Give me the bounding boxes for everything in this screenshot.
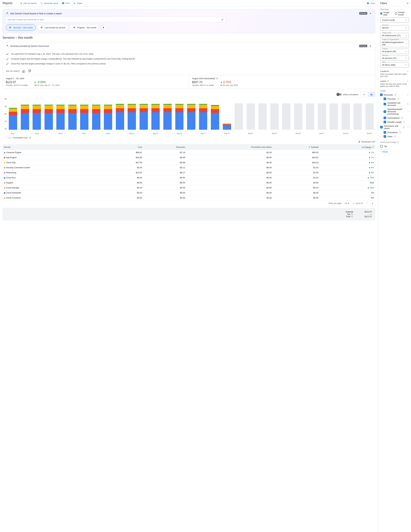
check-promotions[interactable]: Promotions bbox=[384, 130, 409, 134]
bar[interactable] bbox=[340, 98, 352, 130]
labels-expand[interactable]: Labels bbox=[380, 80, 409, 82]
table-row[interactable]: Cloud SQL$17.50-$0.88$0.00$16.62 4% bbox=[2, 160, 375, 165]
bar[interactable] bbox=[197, 98, 209, 130]
bar[interactable] bbox=[7, 98, 19, 130]
prev-page-button[interactable] bbox=[365, 202, 368, 205]
table-row[interactable]: Networking$10.91-$9.27$0.00$1.64 6% bbox=[2, 170, 375, 175]
table-row[interactable]: Cloud Scheduler$0.00$0.00$0.00$0.000% bbox=[2, 190, 375, 195]
bar[interactable] bbox=[43, 98, 55, 130]
subaccounts-select[interactable]: Subaccounts All subaccounts (27) bbox=[380, 33, 409, 38]
table-row[interactable]: Security Command Center$3.05-$0.12$0.00$… bbox=[2, 165, 375, 170]
bar[interactable] bbox=[352, 98, 364, 130]
gemini-prompt-input[interactable]: Describe a report you would like to view bbox=[6, 17, 225, 22]
chevron-up-icon[interactable] bbox=[407, 126, 409, 128]
bar[interactable] bbox=[150, 98, 161, 130]
bar[interactable] bbox=[316, 98, 328, 130]
col-header[interactable]: Promotions and others bbox=[187, 144, 273, 150]
check-discounts[interactable]: Discounts bbox=[380, 93, 409, 97]
table-row[interactable]: App Engine$19.60-$0.98$0.00$18.62 1% bbox=[2, 155, 375, 160]
col-header[interactable]: % Change bbox=[320, 144, 375, 150]
collapse-panel-icon[interactable] bbox=[406, 2, 409, 5]
sort-down-icon[interactable] bbox=[308, 146, 310, 148]
bar[interactable] bbox=[102, 98, 114, 130]
chevron-up-icon[interactable] bbox=[369, 44, 372, 48]
help-icon[interactable] bbox=[372, 146, 374, 148]
bar[interactable] bbox=[245, 98, 256, 130]
check-spending[interactable]: Spending based discounts (contractual) bbox=[384, 107, 409, 116]
help-icon[interactable] bbox=[351, 216, 353, 218]
bar[interactable] bbox=[31, 98, 43, 130]
rows-per-page-select[interactable]: 10 bbox=[345, 202, 350, 205]
check-other[interactable]: Other bbox=[384, 134, 409, 139]
chip-projects-this-month[interactable]: Projects – this month bbox=[70, 24, 99, 31]
projects-select[interactable]: Projects All projects (55) bbox=[380, 49, 409, 54]
locations-expand[interactable]: Locations bbox=[380, 70, 409, 72]
table-row[interactable]: Cloud Run$5.94-$4.91$0.00$1.02 76% bbox=[2, 175, 375, 180]
bar[interactable] bbox=[114, 98, 126, 130]
check-promotions-others[interactable]: Promotions and others bbox=[380, 124, 409, 130]
skus-select[interactable]: SKUs All SKUs (408) bbox=[380, 62, 409, 67]
bar[interactable] bbox=[328, 98, 340, 130]
bar[interactable] bbox=[138, 98, 150, 130]
table-row[interactable]: Cloud Functions$0.00$0.00$0.00$0.000% bbox=[2, 195, 375, 200]
chip-services-this-month[interactable]: Services – this month bbox=[6, 24, 36, 31]
col-header[interactable]: Cost bbox=[111, 144, 143, 150]
bar[interactable] bbox=[221, 98, 233, 130]
help-icon[interactable] bbox=[351, 213, 353, 215]
svg-point-18 bbox=[4, 152, 5, 153]
group-by-select[interactable]: Group by Service bbox=[380, 25, 409, 30]
check-tax[interactable]: Tax bbox=[380, 144, 409, 148]
line-chart-button[interactable] bbox=[361, 92, 368, 97]
check-sustained[interactable]: Sustained use discounts bbox=[384, 101, 409, 107]
chips-next-button[interactable] bbox=[101, 25, 106, 30]
bar[interactable] bbox=[233, 98, 245, 130]
bar[interactable] bbox=[292, 98, 304, 130]
see-all-reports-link[interactable]: See all reports bbox=[20, 2, 37, 5]
table-row[interactable]: Compute Engine$88.81-$7.18-$1.00$80.63 2… bbox=[2, 150, 375, 155]
thumbs-up-icon[interactable] bbox=[22, 70, 26, 73]
check-subscriptions[interactable]: Subscriptions bbox=[384, 116, 409, 120]
print-link[interactable]: Print bbox=[62, 2, 70, 5]
bar[interactable] bbox=[257, 98, 268, 130]
generate-query-link[interactable]: Generate query bbox=[40, 2, 58, 5]
cumulative-toggle[interactable]: Show cumulative bbox=[337, 93, 358, 96]
bar[interactable] bbox=[186, 98, 197, 130]
bar-chart-button[interactable] bbox=[368, 92, 375, 97]
services-select[interactable]: Services All services (47) bbox=[380, 56, 409, 61]
learn-link[interactable]: Learn bbox=[367, 2, 375, 5]
chevron-up-icon[interactable] bbox=[369, 12, 372, 15]
check-reseller[interactable]: Reseller margin bbox=[384, 120, 409, 124]
bar[interactable] bbox=[269, 98, 280, 130]
bar[interactable] bbox=[78, 98, 90, 130]
help-icon[interactable] bbox=[216, 77, 218, 80]
folders-select[interactable]: Folders & Organizations All folders/orga… bbox=[380, 40, 409, 47]
bar[interactable] bbox=[67, 98, 78, 130]
table-row[interactable]: Support$0.59-$0.03$0.00$0.56New bbox=[2, 180, 375, 185]
col-header[interactable]: Discounts bbox=[143, 144, 187, 150]
radio-invoice-month[interactable]: Invoice month bbox=[395, 11, 409, 16]
share-link[interactable]: Share bbox=[73, 2, 82, 5]
bar[interactable] bbox=[91, 98, 102, 130]
bar[interactable] bbox=[55, 98, 66, 130]
check-free-tiers[interactable]: Free tiers bbox=[384, 97, 409, 101]
radio-usage-date[interactable]: Usage date bbox=[380, 11, 392, 16]
chip-last-invoice[interactable]: Last invoice by service bbox=[37, 24, 68, 31]
bar[interactable] bbox=[280, 98, 292, 130]
col-header[interactable]: Service bbox=[2, 144, 111, 150]
bar[interactable] bbox=[209, 98, 221, 130]
table-row[interactable]: Cloud Storage$0.04$0.00$0.00$0.04 20% bbox=[2, 185, 375, 190]
col-header[interactable]: Subtotal bbox=[273, 144, 320, 150]
time-range-select[interactable]: Current month bbox=[380, 18, 409, 23]
next-page-button[interactable] bbox=[371, 202, 374, 205]
chevron-up-icon[interactable] bbox=[407, 94, 409, 96]
bar[interactable] bbox=[162, 98, 173, 130]
bar[interactable] bbox=[174, 98, 185, 130]
reset-button[interactable]: Reset bbox=[380, 150, 390, 154]
bar[interactable] bbox=[304, 98, 316, 130]
download-csv-link[interactable]: Download CSV bbox=[358, 140, 375, 143]
bar[interactable] bbox=[364, 98, 375, 130]
bar[interactable] bbox=[126, 98, 138, 130]
help-icon[interactable] bbox=[29, 137, 31, 139]
thumbs-down-icon[interactable] bbox=[28, 70, 31, 73]
bar[interactable] bbox=[19, 98, 31, 130]
